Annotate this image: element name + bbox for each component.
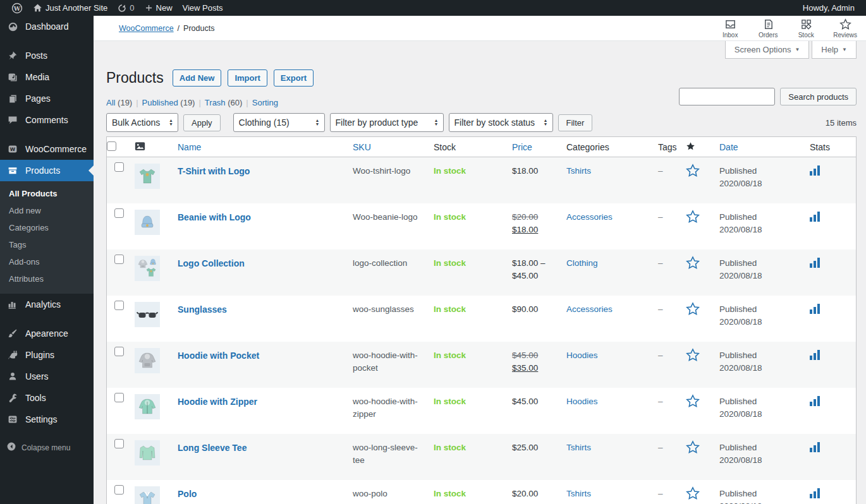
breadcrumb-woocommerce-link[interactable]: WooCommerce [119,24,174,33]
row-checkbox[interactable] [114,439,124,448]
howdy-account-link[interactable]: Howdy, Admin [798,0,860,16]
row-checkbox[interactable] [114,162,124,172]
activity-inbox-button[interactable]: Inbox [719,18,741,39]
sidebar-item-woocommerce[interactable]: W WooCommerce [0,138,94,160]
help-button[interactable]: Help ▼ [812,41,857,59]
submenu-add-ons[interactable]: Add-ons [0,253,94,270]
stats-icon[interactable] [810,157,856,186]
row-checkbox[interactable] [114,393,124,402]
view-published-link[interactable]: Published [142,98,178,107]
sidebar-item-media[interactable]: Media [0,66,94,88]
filter-button[interactable]: Filter [558,114,593,131]
category-link[interactable]: Tshirts [566,443,591,452]
sort-sku-header[interactable]: SKU [353,142,371,152]
add-new-button[interactable]: Add New [173,69,222,87]
sidebar-item-tools[interactable]: Tools [0,387,94,409]
product-type-filter-select[interactable]: Filter by product type [330,113,444,132]
sort-name-header[interactable]: Name [178,142,201,152]
view-posts-link[interactable]: View Posts [178,0,228,16]
category-link[interactable]: Hoodies [566,397,598,406]
sidebar-item-posts[interactable]: Posts [0,45,94,66]
sidebar-item-pages[interactable]: Pages [0,88,94,109]
stats-icon[interactable] [810,296,856,325]
bulk-actions-select[interactable]: Bulk Actions [106,113,178,132]
stats-icon[interactable] [810,480,856,504]
product-thumbnail[interactable] [135,394,160,419]
submenu-categories[interactable]: Categories [0,219,94,236]
sidebar-item-settings[interactable]: Settings [0,409,94,430]
collapse-menu-button[interactable]: Colapse menu [0,436,94,459]
featured-star-icon[interactable] [686,157,719,188]
import-button[interactable]: Import [228,69,267,87]
category-link[interactable]: Hoodies [566,351,598,360]
featured-star-icon[interactable] [686,249,719,280]
view-trash-link[interactable]: Trash [205,98,226,107]
featured-star-icon[interactable] [686,203,719,234]
submenu-tags[interactable]: Tags [0,236,94,253]
activity-reviews-button[interactable]: Reviews [833,18,857,39]
row-checkbox[interactable] [114,485,124,495]
sidebar-item-users[interactable]: Users [0,366,94,387]
product-name-link[interactable]: T-Shirt with Logo [178,166,250,176]
product-name-link[interactable]: Logo Collection [178,258,245,268]
row-checkbox[interactable] [114,208,124,218]
wordpress-logo-icon[interactable]: W [6,0,28,16]
featured-star-icon[interactable] [686,342,719,372]
product-name-link[interactable]: Beanie with Logo [178,212,251,222]
product-thumbnail[interactable] [135,302,160,327]
sidebar-item-appearance[interactable]: Apearence [0,323,94,344]
row-checkbox[interactable] [114,301,124,310]
submenu-all-products[interactable]: All Products [0,185,94,202]
apply-button[interactable]: Apply [183,114,221,131]
featured-star-icon[interactable] [686,480,719,504]
sort-price-header[interactable]: Price [512,142,532,152]
stats-icon[interactable] [810,434,856,463]
sidebar-item-products[interactable]: Products [0,160,94,181]
product-name-link[interactable]: Long Sleeve Tee [178,443,247,453]
new-content-link[interactable]: New [140,0,178,16]
product-name-link[interactable]: Hoodie with Zipper [178,397,257,407]
featured-star-icon[interactable] [686,388,719,418]
stats-icon[interactable] [810,342,856,371]
site-home-link[interactable]: Just Another Site [28,0,113,16]
activity-orders-button[interactable]: Orders [757,18,779,39]
view-all-link[interactable]: All [106,98,115,107]
category-link[interactable]: Clothing [566,258,598,268]
stock-status-filter-select[interactable]: Filter by stock status [449,113,553,132]
category-link[interactable]: Accessories [566,304,613,314]
featured-star-icon[interactable] [686,296,719,326]
view-sorting-link[interactable]: Sorting [252,98,278,107]
updates-link[interactable]: 0 [113,0,139,16]
export-button[interactable]: Export [274,69,314,87]
sort-date-header[interactable]: Date [719,142,738,152]
product-thumbnail[interactable] [135,210,160,235]
submenu-add-new[interactable]: Add new [0,202,94,219]
row-checkbox[interactable] [114,255,124,264]
category-filter-select[interactable]: Clothing (15) [233,113,325,132]
product-thumbnail[interactable] [135,348,160,373]
sidebar-item-analytics[interactable]: Analytics [0,294,94,315]
submenu-attributes[interactable]: Attributes [0,270,94,287]
sidebar-item-comments[interactable]: Comments [0,109,94,131]
featured-star-icon[interactable] [686,434,719,464]
category-link[interactable]: Tshirts [566,166,591,176]
search-input[interactable] [679,88,775,105]
screen-options-button[interactable]: Screen Options ▼ [725,41,810,59]
product-name-link[interactable]: Sunglasses [178,304,227,315]
stats-icon[interactable] [810,249,856,279]
stats-icon[interactable] [810,388,856,417]
product-thumbnail[interactable] [135,164,160,189]
product-thumbnail[interactable] [135,256,160,281]
sidebar-item-plugins[interactable]: Plugins [0,344,94,366]
product-name-link[interactable]: Polo [178,489,197,499]
row-checkbox[interactable] [114,347,124,356]
stats-icon[interactable] [810,203,856,232]
category-link[interactable]: Accessories [566,212,613,222]
activity-stock-button[interactable]: Stock [795,18,817,39]
select-all-checkbox[interactable] [107,141,116,151]
product-thumbnail[interactable] [135,440,160,465]
category-link[interactable]: Tshirts [566,489,591,498]
product-thumbnail[interactable] [135,486,160,504]
sidebar-item-dashboard[interactable]: Dashboard [0,16,94,37]
product-name-link[interactable]: Hoodie with Pocket [178,351,259,361]
